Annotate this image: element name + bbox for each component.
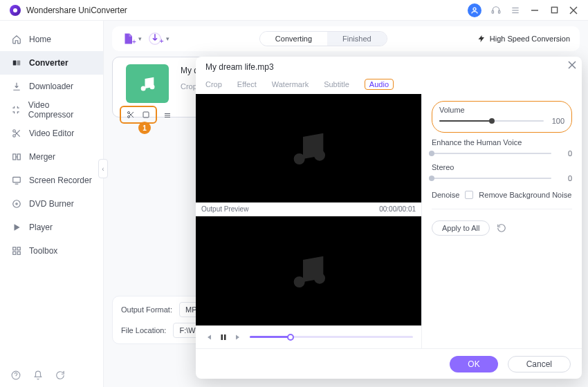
svg-point-45: [294, 276, 305, 287]
add-folder-button[interactable]: +▾: [149, 32, 169, 45]
volume-group: Volume 100: [432, 101, 572, 133]
dlg-tab-audio[interactable]: Audio: [365, 79, 394, 90]
dlg-tab-watermark[interactable]: Watermark: [272, 79, 309, 90]
output-preview-label: Output Preview: [201, 205, 248, 213]
svg-rect-10: [13, 61, 17, 66]
status-segmented-control[interactable]: Converting Finished: [259, 31, 387, 46]
svg-point-21: [16, 203, 17, 205]
svg-point-30: [150, 84, 155, 89]
window-minimize-button[interactable]: [530, 6, 540, 15]
bolt-icon: [477, 35, 486, 43]
help-icon[interactable]: [11, 370, 21, 380]
file-location-label: File Location:: [121, 326, 166, 334]
sidebar-item-screen-recorder[interactable]: Screen Recorder: [0, 169, 103, 192]
volume-value: 100: [549, 117, 564, 125]
reset-icon[interactable]: [497, 223, 506, 233]
grid-icon: [11, 245, 22, 256]
high-speed-toggle[interactable]: High Speed Conversion: [477, 35, 570, 43]
svg-point-31: [128, 112, 130, 114]
sidebar-item-toolbox[interactable]: Toolbox: [0, 239, 103, 263]
timeline-slider[interactable]: [250, 336, 413, 338]
svg-rect-48: [224, 334, 226, 340]
enhance-value: 0: [557, 149, 572, 158]
segment-converting[interactable]: Converting: [260, 32, 327, 46]
sidebar-item-video-editor[interactable]: Video Editor: [0, 122, 103, 145]
bell-icon[interactable]: [33, 370, 43, 380]
next-button[interactable]: [235, 333, 243, 341]
feedback-icon[interactable]: [55, 370, 65, 380]
svg-rect-2: [499, 10, 500, 12]
crop-icon[interactable]: [138, 108, 154, 121]
menu-icon[interactable]: [511, 6, 520, 15]
sidebar-item-label: Screen Recorder: [29, 176, 92, 185]
sidebar-item-downloader[interactable]: Downloader: [0, 75, 103, 98]
svg-rect-11: [17, 61, 21, 66]
user-avatar-icon[interactable]: [468, 3, 481, 17]
cancel-button[interactable]: Cancel: [508, 356, 571, 372]
trim-tools-group: [120, 106, 157, 124]
add-file-button[interactable]: +▾: [122, 32, 142, 46]
window-maximize-button[interactable]: [549, 6, 559, 15]
player-controls: [196, 325, 421, 348]
remove-bg-checkbox[interactable]: [465, 191, 473, 199]
svg-rect-35: [143, 112, 149, 117]
sidebar-item-label: Home: [29, 35, 51, 44]
svg-point-13: [13, 135, 16, 138]
ok-button[interactable]: OK: [450, 356, 497, 372]
svg-rect-22: [13, 247, 16, 250]
play-icon: [11, 222, 22, 233]
dialog-footer: OK Cancel: [196, 348, 582, 379]
svg-point-43: [294, 153, 305, 164]
svg-rect-18: [13, 177, 21, 182]
sidebar-item-label: Downloader: [29, 82, 73, 91]
output-format-label: Output Format:: [121, 305, 172, 314]
window-close-button[interactable]: [569, 6, 578, 15]
sidebar-item-merger[interactable]: Merger: [0, 145, 103, 169]
stereo-label: Stereo: [432, 163, 572, 171]
tab-crop[interactable]: Crop: [181, 82, 197, 91]
toolbar: +▾ +▾ Converting Finished High Speed Con…: [112, 26, 580, 51]
source-preview: [196, 94, 421, 202]
dialog-tabs: Crop Effect Watermark Subtitle Audio: [205, 79, 572, 90]
denoise-label: Denoise: [432, 191, 459, 199]
pause-button[interactable]: [219, 333, 228, 341]
dlg-tab-effect[interactable]: Effect: [237, 79, 257, 90]
dlg-tab-crop[interactable]: Crop: [205, 79, 222, 90]
volume-slider[interactable]: [439, 120, 544, 122]
stereo-slider[interactable]: [432, 178, 551, 179]
output-preview: [196, 216, 421, 326]
dialog-close-button[interactable]: [568, 61, 576, 69]
svg-point-12: [13, 130, 16, 133]
svg-rect-24: [13, 252, 16, 254]
svg-rect-47: [221, 334, 223, 340]
sidebar-item-player[interactable]: Player: [0, 216, 103, 239]
sidebar-item-label: Video Editor: [29, 129, 74, 138]
more-tools-icon[interactable]: [160, 109, 175, 122]
svg-rect-25: [17, 252, 20, 254]
audio-panel: Volume 100 Enhance the Human Voice 0 Ste…: [421, 94, 582, 348]
dlg-tab-subtitle[interactable]: Subtitle: [324, 79, 349, 90]
svg-rect-17: [17, 154, 20, 160]
support-icon[interactable]: [491, 6, 501, 15]
dvd-icon: [11, 198, 22, 209]
apply-to-all-button[interactable]: Apply to All: [432, 220, 490, 236]
screen-icon: [11, 175, 22, 186]
compress-icon: [11, 104, 21, 115]
sidebar-item-label: Merger: [29, 152, 55, 162]
annotation-1: 1: [138, 122, 151, 134]
enhance-slider[interactable]: [432, 153, 551, 154]
segment-finished[interactable]: Finished: [327, 32, 387, 46]
trim-icon[interactable]: [123, 108, 138, 121]
brand-logo: [10, 5, 21, 16]
time-display: 00:00/00:01: [379, 205, 416, 213]
sidebar-item-converter[interactable]: Converter: [0, 51, 103, 75]
svg-rect-23: [17, 247, 20, 250]
svg-point-32: [128, 116, 130, 118]
sidebar-item-home[interactable]: Home: [0, 28, 103, 51]
prev-button[interactable]: [204, 333, 212, 341]
stereo-value: 0: [557, 174, 572, 182]
sidebar-item-video-compressor[interactable]: Video Compressor: [0, 98, 103, 122]
preview-column: Output Preview 00:00/00:01: [196, 94, 421, 348]
sidebar-item-dvd-burner[interactable]: DVD Burner: [0, 192, 103, 216]
brand-title: Wondershare UniConverter: [26, 6, 127, 15]
